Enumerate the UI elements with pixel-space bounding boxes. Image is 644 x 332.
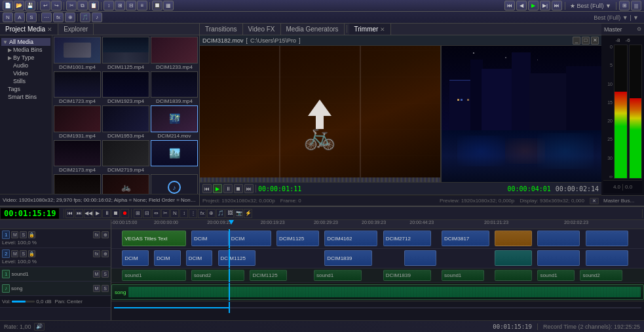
song-mute[interactable]: M xyxy=(93,285,100,292)
tab-video-fx[interactable]: Video FX xyxy=(243,24,281,35)
new-btn[interactable]: 📄 xyxy=(3,1,13,10)
tree-media-bins[interactable]: ▶ Media Bins xyxy=(1,46,50,54)
thumb-1[interactable] xyxy=(102,37,149,64)
tree-all-media[interactable]: ▼ All Media xyxy=(1,38,50,46)
clip-titles[interactable]: VEGAS Titles Text xyxy=(122,231,186,246)
media-item-selected[interactable]: 🌃 DCIM214.mov xyxy=(151,105,198,139)
a-clip-9[interactable]: sound2 xyxy=(580,270,622,281)
play-btn[interactable]: ▶ xyxy=(528,1,539,10)
tl-t2[interactable]: ⏭ xyxy=(75,209,83,218)
track-a1-badge[interactable]: 1 xyxy=(2,270,10,278)
tab-media-generators[interactable]: Media Generators xyxy=(281,24,345,35)
tool4[interactable]: ≡ xyxy=(137,1,147,10)
media-item-4[interactable]: DCIM1923.mp4 xyxy=(102,71,149,105)
tl-t4[interactable]: ▶ xyxy=(93,209,102,218)
rtool4[interactable]: ▶| xyxy=(540,1,550,10)
rmore2[interactable]: ||| xyxy=(631,1,641,10)
media-item-2[interactable]: DCIM1233.mp4 xyxy=(151,37,198,70)
tl-record[interactable]: ⏺ xyxy=(121,209,129,218)
tab-transitions[interactable]: Transitions xyxy=(200,24,243,35)
tl-tool3[interactable]: ⇔ xyxy=(152,209,161,218)
s8[interactable]: ♪ xyxy=(92,12,102,22)
clip-v2-4[interactable]: DCIM1125 xyxy=(218,250,256,266)
prev-btn-close[interactable]: ✕ xyxy=(591,37,599,45)
v2-fx[interactable]: fx xyxy=(93,250,100,257)
thumb-6[interactable] xyxy=(54,105,101,132)
tl-tool13[interactable]: ⚡ xyxy=(244,209,252,218)
song-solo[interactable]: S xyxy=(102,285,109,292)
v1-solo[interactable]: S xyxy=(20,231,27,238)
clip-v2-5[interactable]: DCIM1839 xyxy=(324,250,372,266)
tl-tool12[interactable]: 📷 xyxy=(235,209,243,218)
tab-project-media[interactable]: Project Media ✕ xyxy=(0,24,58,35)
s7[interactable]: 🎵 xyxy=(80,12,90,22)
v1-mute[interactable]: M xyxy=(11,231,18,238)
paste-btn[interactable]: 📋 xyxy=(88,1,99,10)
track-v1-badge[interactable]: 1 xyxy=(2,231,10,239)
v1-motion[interactable]: ⊕ xyxy=(102,231,109,238)
tab-explorer[interactable]: Explorer xyxy=(58,24,94,35)
open-btn[interactable]: 📂 xyxy=(14,1,24,10)
v2-solo[interactable]: S xyxy=(20,250,27,257)
transport-next[interactable]: ⏭ xyxy=(244,184,254,193)
prev-btn-max[interactable]: □ xyxy=(582,37,590,45)
media-item-3[interactable]: DCIM1723.mp4 xyxy=(54,71,101,105)
master-bus-label[interactable]: Master Bus... xyxy=(601,195,644,206)
s2[interactable]: A xyxy=(14,12,25,22)
thumb-3[interactable] xyxy=(54,71,101,98)
transport-stop[interactable]: ⏹ xyxy=(234,184,243,193)
media-item-7[interactable]: DCIM1953.mp4 xyxy=(102,105,149,139)
thumb-5[interactable] xyxy=(151,71,198,98)
tl-t3[interactable]: ◀◀ xyxy=(84,209,92,218)
v2-motion[interactable]: ⊕ xyxy=(102,250,109,257)
s5[interactable]: fx xyxy=(53,12,64,22)
close-project-media[interactable]: ✕ xyxy=(47,26,52,33)
media-item-6[interactable]: DCIM1931.mp4 xyxy=(54,105,101,139)
tree-stills[interactable]: Stills xyxy=(1,77,50,85)
close-trimmer[interactable]: ✕ xyxy=(380,26,385,33)
clip-v2-1[interactable]: DCIM xyxy=(122,250,149,266)
tl-tool6[interactable]: ↕ xyxy=(180,209,188,218)
a-clip-4[interactable]: sound1 xyxy=(314,270,362,281)
s6[interactable]: ⊕ xyxy=(65,12,75,22)
s4[interactable]: ⋯ xyxy=(41,12,52,22)
clip-v1-5[interactable]: DCIM2712 xyxy=(383,231,431,246)
s3[interactable]: S xyxy=(26,12,37,22)
tl-t5[interactable]: ⏸ xyxy=(102,209,111,218)
clip-v1-4[interactable]: DCIM4162 xyxy=(324,231,377,246)
save-btn[interactable]: 💾 xyxy=(25,1,35,10)
s1[interactable]: N xyxy=(3,12,13,22)
media-item-1[interactable]: DCIM1125.mp4 xyxy=(102,37,149,70)
media-item-12[interactable]: DCIM29137.mov xyxy=(54,174,101,194)
tree-tags[interactable]: Tags xyxy=(1,85,50,93)
clip-v2-7[interactable] xyxy=(495,250,532,266)
media-item-10[interactable]: DCIM2719.mp4 xyxy=(102,140,149,174)
media-item-5[interactable]: DCIM1839.mp4 xyxy=(151,71,198,105)
thumb-7[interactable] xyxy=(102,105,149,132)
rtool1[interactable]: ⏮ xyxy=(504,1,515,10)
rmore1[interactable]: ⊞ xyxy=(619,1,630,10)
tl-tool5[interactable]: N xyxy=(170,209,179,218)
track-v2-badge[interactable]: 2 xyxy=(2,249,10,258)
copy-btn[interactable]: ⧉ xyxy=(77,1,88,10)
tree-smart-bins[interactable]: Smart Bins xyxy=(1,93,50,101)
transport-prev[interactable]: ⏮ xyxy=(202,184,212,193)
a1-mute[interactable]: M xyxy=(93,270,100,278)
tree-audio[interactable]: Audio xyxy=(1,62,50,69)
tl-tool11[interactable]: 🖼 xyxy=(225,209,234,218)
v1-fx[interactable]: fx xyxy=(93,231,100,238)
master-vol-bar[interactable] xyxy=(114,307,641,308)
thumb-selected[interactable]: 🌃 xyxy=(151,105,198,132)
redo-btn[interactable]: ↪ xyxy=(51,1,62,10)
a-clip-2[interactable]: sound2 xyxy=(191,270,244,281)
thumb-0[interactable] xyxy=(54,37,101,64)
tab-trimmer[interactable]: Trimmer ✕ xyxy=(349,24,392,35)
transport-pause[interactable]: ⏸ xyxy=(223,184,233,193)
tree-video[interactable]: Video xyxy=(1,69,50,77)
thumb-selected-2[interactable]: 🏙️ xyxy=(151,140,198,167)
tl-tool2[interactable]: ⊟ xyxy=(143,209,151,218)
thumb-2[interactable] xyxy=(151,37,198,64)
clip-v1-6[interactable]: DCIM3817 xyxy=(442,231,489,246)
video-preview-close[interactable]: ✕ xyxy=(590,198,599,204)
tool6[interactable]: ▦ xyxy=(163,1,174,10)
